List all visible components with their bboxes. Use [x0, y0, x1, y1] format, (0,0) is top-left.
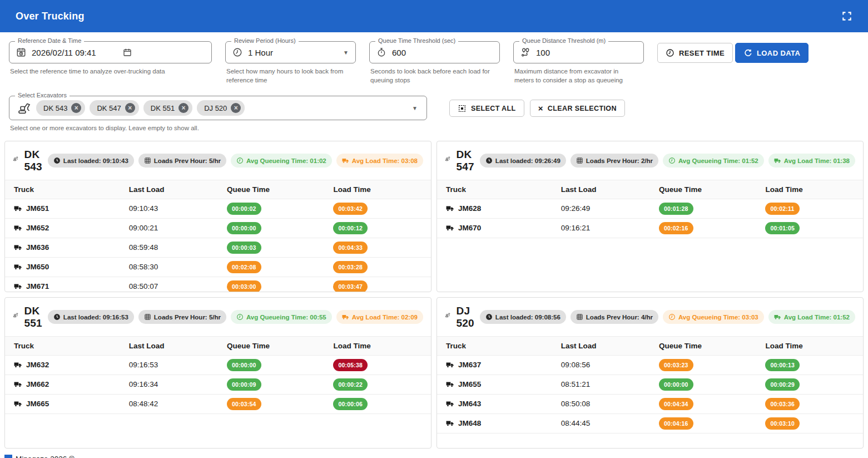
queue-time-threshold-group: Queue Time Threshold (sec) Seconds to lo…: [369, 41, 500, 85]
last-loaded-badge: Last loaded: 09:16:53: [48, 310, 134, 324]
avg-queueing-time-badge: Avg Queueing Time: 01:02: [231, 154, 332, 168]
excavator-panel: DJ 520 Last loaded: 09:08:56 Loads Prev …: [437, 297, 864, 449]
truck-icon: [446, 224, 454, 232]
excavator-chip[interactable]: DK 551×: [143, 100, 192, 116]
chip-remove-icon[interactable]: ×: [125, 103, 135, 113]
queue-time-badge: 00:00:02: [227, 203, 261, 215]
load-time-badge: 00:00:22: [333, 378, 368, 391]
clock-icon: [666, 48, 674, 57]
reference-datetime-label: Reference Date & Time: [15, 37, 84, 44]
column-header: Truck: [5, 180, 120, 199]
loads-prev-hour-badge: Loads Prev Hour: 4/hr: [571, 310, 658, 324]
load-time-badge: 00:05:38: [333, 359, 368, 371]
last-load-value: 08:48:42: [120, 394, 218, 413]
avg-queueing-time-badge: Avg Queueing Time: 01:52: [663, 154, 764, 168]
queue-time-threshold-field[interactable]: Queue Time Threshold (sec): [369, 41, 500, 63]
reference-datetime-input[interactable]: [32, 48, 110, 57]
excavator-panel: DK 551 Last loaded: 09:16:53 Loads Prev …: [4, 297, 431, 449]
queue-time-helper: Seconds to look back before each load fo…: [370, 67, 490, 85]
chevron-down-icon[interactable]: ▼: [343, 50, 349, 56]
column-header: Truck: [437, 336, 552, 355]
queue-time-badge: 00:03:54: [227, 398, 261, 410]
truck-icon: [446, 420, 454, 427]
queue-time-badge: 00:00:09: [227, 378, 261, 391]
queue-distance-threshold-input[interactable]: [536, 48, 603, 57]
chip-remove-icon[interactable]: ×: [71, 103, 81, 113]
truck-table: TruckLast LoadQueue TimeLoad Time JM632 …: [5, 336, 431, 414]
truck-icon: [14, 361, 22, 368]
excavator-select-row: Select Excavators DK 543×DK 547×DK 551×D…: [0, 85, 868, 133]
panel-header: DK 543 Last loaded: 09:10:43 Loads Prev …: [5, 141, 431, 180]
column-header: Last Load: [552, 336, 650, 355]
chip-label: DK 551: [151, 104, 175, 112]
stopwatch-icon: [376, 47, 386, 57]
chip-remove-icon[interactable]: ×: [231, 103, 241, 113]
chip-label: DJ 520: [204, 104, 227, 112]
column-header: Last Load: [120, 180, 218, 199]
last-load-value: 09:08:56: [552, 355, 650, 375]
reference-datetime-field[interactable]: Reference Date & Time: [9, 41, 212, 63]
truck-row: JM643 08:50:08 00:04:34 00:03:36: [437, 394, 863, 413]
last-load-value: 09:26:49: [552, 199, 650, 218]
last-load-value: 09:16:21: [552, 218, 650, 238]
truck-row: JM670 09:16:21 00:02:16 00:01:05: [437, 218, 863, 238]
excavator-panel: DK 543 Last loaded: 09:10:43 Loads Prev …: [4, 141, 431, 292]
column-header: Truck: [5, 336, 120, 355]
truck-row: JM628 09:26:49 00:01:28 00:02:11: [437, 199, 863, 218]
column-header: Queue Time: [218, 336, 325, 355]
last-load-value: 08:58:30: [120, 257, 218, 277]
app-bar: Over Trucking: [0, 0, 868, 32]
excavator-name: DK 547: [457, 149, 474, 173]
panel-stats: Last loaded: 09:16:53 Loads Prev Hour: 5…: [48, 310, 423, 324]
queue-time-threshold-input[interactable]: [392, 48, 459, 57]
truck-row: JM652 09:00:21 00:00:00 00:00:12: [5, 218, 431, 238]
queue-distance-threshold-field[interactable]: Queue Distance Threshold (m): [513, 41, 644, 63]
excavator-chips: DK 543×DK 547×DK 551×DJ 520×: [36, 100, 245, 116]
last-load-value: 08:50:07: [120, 277, 218, 292]
last-load-value: 08:50:08: [552, 394, 650, 413]
queue-time-badge: 00:02:16: [659, 222, 693, 234]
queue-distance-threshold-label: Queue Distance Threshold (m): [519, 37, 608, 44]
column-header: Queue Time: [650, 336, 757, 355]
truck-id: JM648: [458, 419, 481, 427]
excavator-chip[interactable]: DK 547×: [90, 100, 138, 116]
chevron-down-icon[interactable]: ▼: [412, 105, 418, 111]
column-header: Last Load: [120, 336, 218, 355]
queue-time-badge: 00:03:23: [659, 359, 693, 371]
truck-id: JM650: [26, 263, 49, 271]
review-period-group: Review Period (Hours) 1 Hour ▼ Select ho…: [225, 41, 356, 85]
column-header: Load Time: [324, 336, 431, 355]
calendar-icon[interactable]: [123, 48, 132, 57]
queue-time-badge: 00:00:00: [227, 222, 261, 234]
load-time-badge: 00:03:36: [765, 398, 800, 410]
chip-label: DK 543: [43, 104, 67, 112]
truck-id: JM632: [26, 361, 49, 369]
reset-time-button[interactable]: RESET TIME: [657, 43, 733, 63]
column-header: Load Time: [756, 180, 863, 199]
truck-icon: [14, 244, 22, 251]
load-time-badge: 00:03:10: [765, 417, 800, 430]
column-header: Truck: [437, 180, 552, 199]
fullscreen-icon[interactable]: [841, 11, 852, 22]
queue-time-badge: 00:04:16: [659, 417, 693, 430]
reference-helper: Select the reference time to analyze ove…: [10, 67, 211, 76]
excavator-chip[interactable]: DJ 520×: [197, 100, 245, 116]
excavator-icon: [445, 154, 451, 168]
load-time-badge: 00:00:29: [765, 378, 800, 391]
loads-prev-hour-badge: Loads Prev Hour: 2/hr: [571, 154, 658, 168]
excavator-multiselect[interactable]: Select Excavators DK 543×DK 547×DK 551×D…: [9, 96, 427, 120]
last-load-value: 08:51:21: [552, 375, 650, 394]
panel-stats: Last loaded: 09:08:56 Loads Prev Hour: 4…: [480, 310, 855, 324]
review-period-select[interactable]: Review Period (Hours) 1 Hour ▼: [225, 41, 356, 63]
load-data-button[interactable]: LOAD DATA: [735, 43, 809, 63]
load-time-badge: 00:03:28: [333, 261, 368, 273]
loads-prev-hour-badge: Loads Prev Hour: 5/hr: [138, 154, 226, 168]
load-time-badge: 00:00:06: [333, 398, 368, 410]
excavator-chip[interactable]: DK 543×: [36, 100, 85, 116]
truck-row: JM655 08:51:21 00:00:00 00:00:29: [437, 375, 863, 394]
chip-remove-icon[interactable]: ×: [178, 103, 189, 113]
queue-time-badge: 00:03:00: [227, 280, 261, 292]
clear-selection-button[interactable]: × CLEAR SELECTION: [530, 100, 625, 117]
select-all-button[interactable]: SELECT ALL: [449, 100, 524, 117]
truck-id: JM665: [26, 400, 49, 408]
